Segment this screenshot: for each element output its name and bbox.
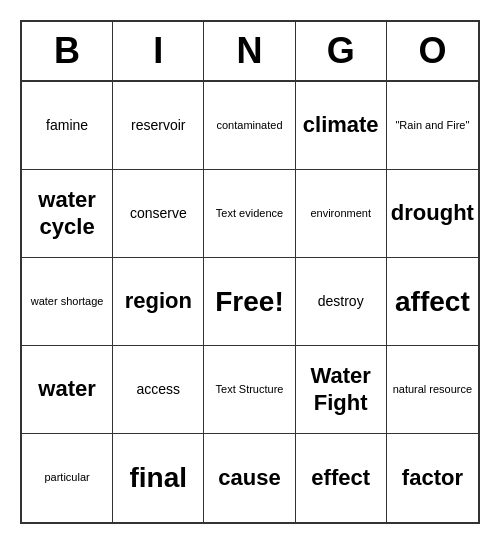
bingo-cell: reservoir [113,82,204,170]
cell-text: effect [311,465,370,491]
bingo-cell: Water Fight [296,346,387,434]
bingo-cell: region [113,258,204,346]
cell-text: water shortage [31,295,104,308]
cell-text: particular [44,471,89,484]
bingo-cell: "Rain and Fire" [387,82,478,170]
cell-text: climate [303,112,379,138]
cell-text: water cycle [26,187,108,240]
cell-text: destroy [318,293,364,310]
bingo-cell: natural resource [387,346,478,434]
header-letter: G [296,22,387,80]
bingo-cell: famine [22,82,113,170]
cell-text: Free! [215,285,283,319]
bingo-cell: final [113,434,204,522]
bingo-cell: climate [296,82,387,170]
bingo-cell: affect [387,258,478,346]
bingo-cell: factor [387,434,478,522]
cell-text: final [130,461,188,495]
bingo-cell: water cycle [22,170,113,258]
cell-text: natural resource [393,383,473,396]
bingo-card: BINGO faminereservoircontaminatedclimate… [20,20,480,524]
cell-text: contaminated [216,119,282,132]
bingo-cell: Free! [204,258,295,346]
header-letter: B [22,22,113,80]
cell-text: Text evidence [216,207,283,220]
cell-text: affect [395,285,470,319]
bingo-cell: Text Structure [204,346,295,434]
cell-text: conserve [130,205,187,222]
bingo-cell: drought [387,170,478,258]
header-letter: I [113,22,204,80]
header-letter: N [204,22,295,80]
cell-text: environment [310,207,371,220]
cell-text: water [38,376,95,402]
cell-text: Text Structure [216,383,284,396]
cell-text: cause [218,465,280,491]
cell-text: access [137,381,181,398]
header-letter: O [387,22,478,80]
bingo-cell: conserve [113,170,204,258]
bingo-cell: effect [296,434,387,522]
cell-text: "Rain and Fire" [395,119,469,132]
bingo-cell: Text evidence [204,170,295,258]
bingo-cell: access [113,346,204,434]
bingo-header: BINGO [22,22,478,82]
bingo-grid: faminereservoircontaminatedclimate"Rain … [22,82,478,522]
bingo-cell: destroy [296,258,387,346]
cell-text: Water Fight [300,363,382,416]
bingo-cell: water [22,346,113,434]
cell-text: factor [402,465,463,491]
bingo-cell: water shortage [22,258,113,346]
bingo-cell: environment [296,170,387,258]
cell-text: reservoir [131,117,185,134]
cell-text: region [125,288,192,314]
bingo-cell: cause [204,434,295,522]
cell-text: famine [46,117,88,134]
cell-text: drought [391,200,474,226]
bingo-cell: particular [22,434,113,522]
bingo-cell: contaminated [204,82,295,170]
